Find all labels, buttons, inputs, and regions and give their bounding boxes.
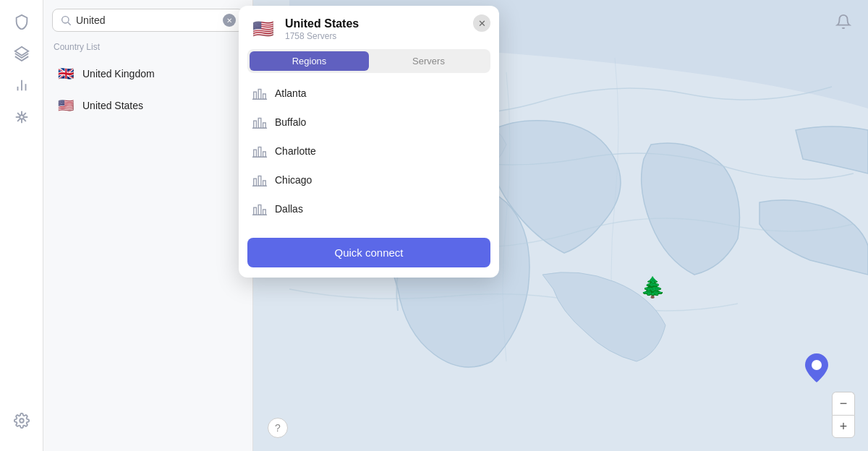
sidebar-item-layers[interactable] (9, 40, 35, 66)
left-panel: ✕ Country List 🇬🇧 United Kingdom 🇺🇸 Unit… (43, 0, 253, 451)
country-item-uk[interactable]: 🇬🇧 United Kingdom (52, 58, 244, 90)
region-item-atlanta[interactable]: Atlanta (244, 79, 493, 108)
popup-country-name: United States (285, 17, 359, 30)
svg-rect-24 (263, 123, 266, 128)
quick-connect-button[interactable]: Quick connect (247, 238, 490, 267)
country-popup: 🇺🇸 United States 1758 Servers ✕ Regions … (239, 6, 499, 278)
city-icon-denver (252, 230, 268, 231)
region-name-charlotte: Charlotte (275, 145, 316, 157)
sidebar-item-mesh[interactable] (9, 104, 35, 130)
region-item-charlotte[interactable]: Charlotte (244, 137, 493, 166)
svg-rect-19 (258, 90, 261, 100)
svg-rect-26 (254, 150, 257, 157)
city-icon-charlotte (252, 143, 268, 159)
svg-line-11 (17, 113, 20, 115)
region-name-buffalo: Buffalo (275, 116, 306, 128)
svg-rect-32 (263, 181, 266, 186)
svg-line-13 (17, 119, 20, 121)
svg-rect-18 (254, 92, 257, 99)
country-list-label: Country List (52, 42, 244, 52)
country-item-us[interactable]: 🇺🇸 United States (52, 90, 244, 121)
bell-icon[interactable] (832, 10, 855, 33)
svg-point-15 (20, 418, 24, 423)
popup-tabs: Regions Servers (247, 49, 490, 73)
sidebar (0, 0, 43, 451)
zoom-in-button[interactable]: + (832, 415, 855, 438)
popup-flag: 🇺🇸 (250, 16, 276, 42)
tab-servers[interactable]: Servers (369, 51, 488, 71)
city-icon-dallas (252, 201, 268, 217)
svg-rect-28 (263, 152, 266, 157)
region-name-dallas: Dallas (275, 203, 303, 215)
country-name-us: United States (82, 100, 143, 111)
flag-uk: 🇬🇧 (56, 64, 75, 83)
sidebar-item-shield[interactable] (9, 9, 35, 35)
sidebar-item-stats[interactable] (9, 72, 35, 98)
svg-rect-23 (258, 119, 261, 129)
svg-rect-34 (254, 207, 257, 215)
svg-rect-22 (254, 121, 257, 128)
svg-point-6 (20, 115, 24, 119)
clear-search-button[interactable]: ✕ (223, 14, 236, 27)
region-item-chicago[interactable]: Chicago (244, 166, 493, 194)
map-help-button[interactable]: ? (268, 418, 288, 438)
region-item-buffalo[interactable]: Buffalo (244, 108, 493, 137)
search-box: ✕ (52, 9, 244, 32)
popup-header: 🇺🇸 United States 1758 Servers ✕ (239, 6, 499, 49)
region-name-atlanta: Atlanta (275, 87, 307, 99)
svg-point-16 (62, 17, 69, 23)
popup-server-count: 1758 Servers (285, 31, 359, 41)
popup-close-button[interactable]: ✕ (473, 14, 490, 32)
location-pin (805, 353, 828, 382)
region-name-chicago: Chicago (275, 174, 312, 186)
city-icon-chicago (252, 172, 268, 188)
svg-rect-36 (263, 210, 266, 215)
svg-line-17 (68, 22, 71, 25)
city-icon-buffalo (252, 114, 268, 130)
svg-rect-31 (258, 176, 261, 186)
svg-rect-20 (263, 94, 266, 99)
regions-list: Atlanta Buffalo Charlotte Chicago (239, 79, 499, 231)
svg-rect-30 (254, 179, 257, 186)
flag-us: 🇺🇸 (56, 96, 75, 115)
svg-line-12 (23, 119, 25, 121)
zoom-out-button[interactable]: − (832, 392, 855, 415)
search-icon (60, 14, 72, 26)
search-input[interactable] (76, 14, 223, 26)
svg-line-14 (23, 113, 25, 115)
sidebar-settings[interactable] (9, 408, 35, 434)
tree-marker: 🌲 (640, 275, 665, 299)
country-name-uk: United Kingdom (82, 68, 155, 80)
svg-rect-27 (258, 147, 261, 158)
region-item-dallas[interactable]: Dallas (244, 194, 493, 223)
map-controls: − + (832, 392, 855, 438)
region-item-denver[interactable]: Denver (244, 223, 493, 231)
city-icon-atlanta (252, 85, 268, 101)
svg-rect-35 (258, 205, 261, 215)
tab-regions[interactable]: Regions (250, 51, 369, 71)
svg-point-1 (812, 360, 822, 370)
